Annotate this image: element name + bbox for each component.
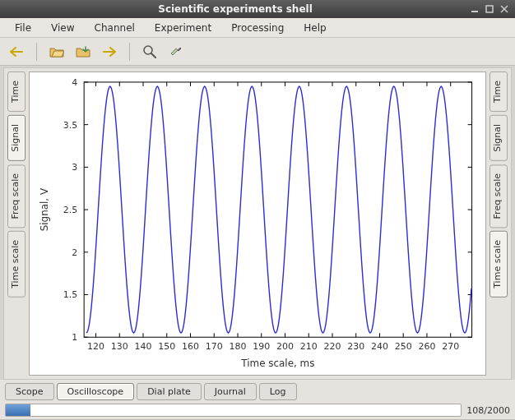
settings-icon[interactable]	[166, 42, 186, 62]
menu-file[interactable]: File	[7, 21, 39, 35]
svg-text:240: 240	[371, 341, 388, 352]
back-icon[interactable]	[7, 42, 26, 62]
svg-text:Signal, V: Signal, V	[39, 187, 50, 231]
svg-text:130: 130	[111, 341, 128, 352]
svg-text:200: 200	[276, 341, 294, 352]
svg-text:3.5: 3.5	[63, 120, 77, 131]
tab-oscilloscope[interactable]: Oscilloscope	[57, 383, 135, 400]
progress-bar[interactable]	[5, 404, 462, 417]
maximize-icon[interactable]	[484, 3, 495, 15]
progress-row: 108/2000	[0, 401, 515, 419]
menu-experiment[interactable]: Experiment	[146, 21, 220, 35]
plot-panel[interactable]: 1201301401501601701801902002102202302402…	[29, 72, 486, 376]
left-tab-time[interactable]: Time	[7, 72, 26, 112]
svg-text:150: 150	[158, 341, 175, 352]
left-tab-strip: Time Signal Freq scale Time scale	[7, 72, 26, 376]
minimize-icon[interactable]	[469, 3, 480, 15]
open-file-icon[interactable]	[47, 42, 67, 62]
save-file-icon[interactable]	[73, 42, 93, 62]
svg-text:250: 250	[395, 341, 412, 352]
menu-view[interactable]: View	[43, 21, 82, 35]
right-tab-time[interactable]: Time	[489, 72, 508, 112]
left-tab-time-scale[interactable]: Time scale	[7, 231, 26, 298]
left-tab-signal[interactable]: Signal	[7, 115, 26, 161]
svg-text:Time scale, ms: Time scale, ms	[240, 358, 314, 369]
svg-text:170: 170	[206, 341, 223, 352]
svg-text:180: 180	[230, 341, 247, 352]
right-tab-strip: Time Signal Freq scale Time scale	[489, 72, 508, 376]
toolbar-sep	[129, 43, 130, 61]
toolbar-sep	[36, 43, 37, 61]
svg-text:4: 4	[72, 77, 77, 88]
bottom-tab-strip: Scope Oscilloscope Dial plate Journal Lo…	[0, 380, 515, 401]
svg-text:230: 230	[347, 341, 364, 352]
main-area: Time Signal Freq scale Time scale Time S…	[3, 67, 512, 380]
progress-label: 108/2000	[466, 405, 510, 416]
zoom-icon[interactable]	[140, 42, 160, 62]
menubar: File View Channel Experiment Processing …	[0, 18, 515, 38]
toolbar	[0, 38, 515, 66]
tab-journal[interactable]: Journal	[204, 383, 257, 400]
svg-rect-1	[486, 6, 493, 12]
svg-text:140: 140	[135, 341, 152, 352]
window-title: Scientific experiments shell	[5, 3, 466, 15]
close-icon[interactable]	[499, 3, 510, 15]
svg-text:1: 1	[72, 332, 77, 343]
right-tab-signal[interactable]: Signal	[489, 115, 508, 161]
window-titlebar: Scientific experiments shell	[0, 0, 515, 18]
right-tab-time-scale[interactable]: Time scale	[489, 231, 508, 298]
menu-channel[interactable]: Channel	[86, 21, 143, 35]
svg-text:160: 160	[182, 341, 199, 352]
svg-text:120: 120	[87, 341, 104, 352]
svg-text:2.5: 2.5	[63, 205, 77, 215]
svg-text:260: 260	[419, 341, 436, 352]
svg-text:270: 270	[442, 341, 459, 352]
right-tab-freq-scale[interactable]: Freq scale	[489, 164, 508, 228]
menu-help[interactable]: Help	[295, 21, 334, 35]
svg-line-5	[151, 53, 155, 58]
tab-dial-plate[interactable]: Dial plate	[137, 383, 202, 400]
tab-scope[interactable]: Scope	[5, 383, 54, 400]
left-tab-freq-scale[interactable]: Freq scale	[7, 164, 26, 228]
svg-text:190: 190	[253, 341, 270, 352]
svg-rect-6	[84, 82, 471, 337]
svg-text:210: 210	[300, 341, 318, 352]
svg-text:220: 220	[324, 341, 341, 352]
svg-text:3: 3	[72, 162, 77, 173]
svg-text:1.5: 1.5	[63, 290, 77, 301]
tab-log[interactable]: Log	[259, 383, 297, 400]
svg-text:2: 2	[72, 247, 77, 258]
signal-plot: 1201301401501601701801902002102202302402…	[30, 72, 485, 375]
menu-processing[interactable]: Processing	[223, 21, 292, 35]
forward-icon[interactable]	[100, 42, 119, 62]
progress-bar-fill	[6, 404, 30, 416]
